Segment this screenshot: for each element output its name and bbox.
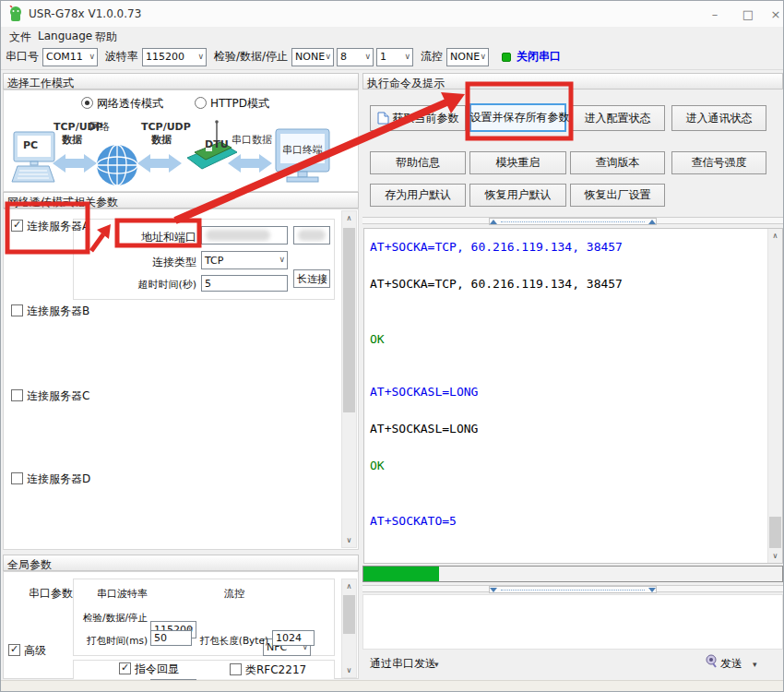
help-info-label: 帮助信息 — [396, 155, 440, 171]
log-line: AT+SOCKASL=LONG — [370, 385, 478, 399]
log-line: AT+SOCKA=TCP, 60.216.119.134, 38457 — [370, 277, 623, 291]
enter-config-button[interactable]: 进入配置状态 — [570, 105, 665, 131]
stopbits-select[interactable]: 1 ∨ — [376, 48, 413, 66]
port-value: COM11 — [46, 51, 83, 63]
collapse-up-icon[interactable] — [648, 220, 656, 224]
get-params-button[interactable]: 获取当前参数 — [370, 105, 466, 131]
log-scrollbar[interactable]: ∧ ∨ — [767, 229, 782, 563]
port-select[interactable]: COM11 ∨ — [42, 48, 98, 66]
server-a-checkbox[interactable] — [11, 220, 23, 232]
collapse-up-icon[interactable] — [490, 220, 497, 224]
net-params-scrollbar[interactable]: ∧ ∨ — [341, 210, 357, 548]
factory-reset-button[interactable]: 恢复出厂设置 — [570, 184, 665, 207]
app-window: USR-G78x V1.0.0.73 – □ × 文件 Language 帮助 … — [0, 0, 784, 692]
chevron-down-icon: ∨ — [89, 52, 95, 61]
echo-checkbox[interactable] — [119, 662, 131, 674]
radio-httpd-mode[interactable] — [195, 97, 207, 109]
server-b-checkbox[interactable] — [11, 304, 23, 316]
parity-data-stop-label: 检验/数据/停止 — [214, 49, 288, 65]
scroll-down-icon[interactable]: ∨ — [342, 533, 356, 547]
baud-select[interactable]: 115200 ∨ — [142, 48, 207, 66]
work-mode-header: 选择工作模式 — [3, 73, 359, 89]
chevron-down-icon: ∨ — [326, 52, 332, 61]
scrollbar-thumb[interactable] — [343, 228, 355, 412]
g-flow-label: 流控 — [224, 588, 244, 601]
timeout-input[interactable]: 5 — [201, 275, 288, 292]
restore-user-default-label: 恢复用户默认 — [485, 187, 552, 203]
splitter-dots — [501, 590, 645, 591]
menu-language[interactable]: Language — [34, 29, 96, 43]
server-d-checkbox[interactable] — [11, 472, 23, 484]
databits-select[interactable]: 8 ∨ — [337, 48, 374, 66]
server-a-label: 连接服务器A — [27, 220, 89, 233]
stopbits-value: 1 — [380, 51, 386, 63]
collapse-down-icon[interactable] — [648, 588, 656, 592]
splitter-handle[interactable] — [489, 218, 657, 225]
scroll-up-icon[interactable]: ∧ — [342, 579, 356, 593]
chevron-down-icon[interactable]: ▾ — [434, 658, 439, 671]
collapse-down-icon[interactable] — [490, 588, 497, 592]
flow-label: 流控 — [421, 49, 443, 65]
send-input-area[interactable] — [362, 594, 783, 650]
save-user-default-button[interactable]: 存为用户默认 — [370, 184, 466, 207]
global-params-scrollbar[interactable]: ∧ ∨ — [341, 579, 357, 678]
echo-label: 指令回显 — [135, 662, 179, 675]
scrollbar-thumb[interactable] — [343, 595, 355, 634]
scrollbar-thumb[interactable] — [769, 517, 781, 548]
close-button[interactable]: × — [761, 1, 784, 27]
dtu-label: DTU — [205, 138, 229, 150]
address-input[interactable] — [201, 226, 288, 245]
scroll-up-icon[interactable]: ∧ — [768, 229, 782, 243]
scroll-down-icon[interactable]: ∨ — [768, 549, 782, 563]
progress-fill — [363, 567, 439, 581]
factory-reset-label: 恢复出厂设置 — [585, 187, 651, 203]
menu-bar: 文件 Language 帮助 — [1, 27, 783, 44]
pack-time-input[interactable]: 50 — [150, 630, 192, 646]
chevron-down-icon[interactable]: ▾ — [753, 658, 757, 671]
conn-type-value: TCP — [205, 255, 223, 267]
query-version-button[interactable]: 查询版本 — [570, 151, 665, 174]
pack-len-input[interactable]: 1024 — [272, 630, 315, 646]
module-restart-button[interactable]: 模块重启 — [469, 151, 566, 174]
minimize-button[interactable]: – — [700, 1, 730, 27]
rfc2217-label: 类RFC2217 — [245, 663, 306, 676]
advanced-checkbox[interactable] — [8, 644, 20, 656]
parity-select[interactable]: NONE ∨ — [291, 48, 334, 66]
server-c-checkbox[interactable] — [11, 389, 23, 401]
baud-value: 115200 — [146, 51, 184, 63]
send-button[interactable]: 发送 — [720, 657, 742, 670]
radio-transparent-mode[interactable] — [81, 97, 93, 109]
enter-comm-button[interactable]: 进入通讯状态 — [671, 105, 766, 131]
query-signal-button[interactable]: 查信号强度 — [671, 151, 766, 174]
restore-user-default-button[interactable]: 恢复用户默认 — [469, 184, 566, 207]
server-b-label: 连接服务器B — [27, 304, 89, 317]
flow-select[interactable]: NONE ∨ — [446, 48, 489, 66]
enter-config-label: 进入配置状态 — [585, 111, 651, 126]
keepalive-select[interactable]: 长连接 ∨ — [293, 269, 330, 288]
data-label-1: 数据 — [62, 133, 82, 147]
send-splitter[interactable] — [362, 585, 783, 592]
maximize-button[interactable]: □ — [733, 1, 763, 27]
serial-data-label: 串口数据 — [232, 133, 272, 147]
send-via-serial-dropdown[interactable]: 通过串口发送 — [370, 657, 436, 670]
serial-terminal-label: 串口终端 — [282, 143, 323, 157]
close-serial-port-button[interactable]: 关闭串口 — [517, 49, 561, 65]
log-output[interactable]: AT+SOCKA=TCP, 60.216.119.134, 38457AT+SO… — [363, 228, 783, 564]
scroll-up-icon[interactable]: ∧ — [342, 211, 356, 225]
log-line: OK — [370, 332, 385, 346]
rfc2217-checkbox[interactable] — [230, 663, 242, 675]
databits-value: 8 — [340, 51, 347, 63]
conn-type-select[interactable]: TCP ∨ — [201, 251, 288, 269]
app-icon — [8, 6, 23, 22]
g-baud-label: 串口波特率 — [89, 588, 148, 601]
port-input[interactable] — [293, 226, 330, 245]
addr-port-label: 地址和端口 — [119, 231, 196, 244]
log-line: OK — [370, 459, 385, 472]
log-splitter[interactable] — [362, 217, 783, 224]
help-info-button[interactable]: 帮助信息 — [370, 151, 466, 174]
pack-time-value: 50 — [154, 632, 167, 644]
save-all-params-button[interactable]: 设置并保存所有参数 — [469, 103, 566, 132]
log-line: AT+SOCKA=TCP, 60.216.119.134, 38457 — [370, 240, 623, 254]
scroll-down-icon[interactable]: ∨ — [342, 663, 356, 677]
splitter-handle[interactable] — [489, 586, 657, 593]
